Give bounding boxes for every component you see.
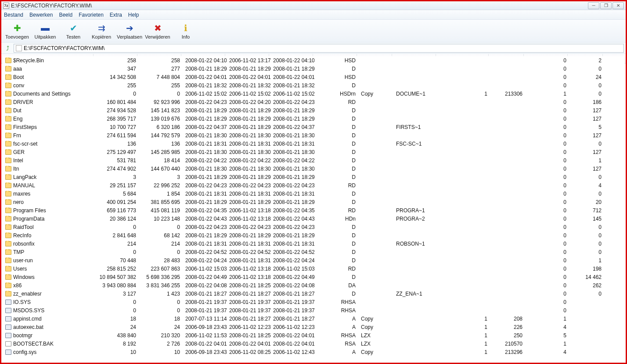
- menubar: BestandBewerkenBeeldFavorietenExtraHelp: [1, 10, 626, 20]
- file-icon: [16, 45, 22, 51]
- toolbar-test-button[interactable]: ✔Testen: [59, 21, 87, 42]
- menu-favorieten[interactable]: Favorieten: [79, 12, 104, 18]
- file-list[interactable]: $Recycle.Bin2582582008-01-22 04:102006-1…: [3, 56, 624, 361]
- table-row[interactable]: RecInfo2 841 64868 1422008-01-21 18:2920…: [3, 231, 624, 239]
- table-row[interactable]: robsonfix2142142008-01-21 18:312008-01-2…: [3, 239, 624, 248]
- toolbar-label: Verwijderen: [145, 34, 170, 39]
- table-row[interactable]: Program Files659 116 773415 081 1192008-…: [3, 206, 624, 214]
- table-row[interactable]: ProgramData20 386 12410 223 1482008-01-2…: [3, 214, 624, 223]
- table-row[interactable]: MANUAL29 251 15722 996 2522008-01-22 04:…: [3, 181, 624, 189]
- table-row[interactable]: LangPack332008-01-21 18:292008-01-21 18:…: [3, 173, 624, 181]
- table-row[interactable]: Boot14 342 5087 448 8042008-01-22 04:012…: [3, 73, 624, 81]
- table-row[interactable]: Windows10 894 507 3825 698 336 2952008-0…: [3, 273, 624, 281]
- table-row[interactable]: Itn274 474 902144 670 4402008-01-21 18:3…: [3, 164, 624, 173]
- pathbar: ⤴ E:\FSCFACTORY\FACTORY.WIM\: [1, 43, 626, 54]
- table-row[interactable]: Documents and Settings002006-11-02 15:02…: [3, 89, 624, 98]
- table-row[interactable]: FirstSteps10 700 7276 320 1862008-01-22 …: [3, 123, 624, 131]
- table-row[interactable]: DRIVER160 801 48492 923 9962008-01-22 04…: [3, 98, 624, 106]
- toolbar-label: Info: [182, 34, 190, 39]
- table-row[interactable]: GER275 129 497145 285 9852008-01-21 18:3…: [3, 148, 624, 156]
- toolbar-add-button[interactable]: ✚Toevoegen: [3, 21, 31, 42]
- toolbar-label: Testen: [66, 34, 80, 39]
- toolbar: ✚Toevoegen▬Uitpakken✔Testen⇉Kopiëren➔Ver…: [1, 20, 626, 43]
- table-row[interactable]: x863 943 080 8843 831 346 2552008-01-22 …: [3, 281, 624, 289]
- table-row[interactable]: maxres5 6841 8542008-01-21 18:312008-01-…: [3, 189, 624, 198]
- table-row[interactable]: BOOTSECT.BAK8 1922 7262008-01-22 04:0120…: [3, 339, 624, 348]
- table-row[interactable]: nero400 091 254381 855 6952008-01-21 18:…: [3, 198, 624, 206]
- minimize-button[interactable]: ─: [588, 2, 599, 9]
- close-button[interactable]: ✕: [613, 2, 624, 9]
- test-icon: ✔: [68, 23, 79, 33]
- window-title: E:\FSCFACTORY\FACTORY.WIM\: [11, 3, 588, 9]
- table-row[interactable]: Eng268 395 717139 019 6762008-01-21 18:2…: [3, 114, 624, 123]
- toolbar-label: Verplaatsen: [117, 34, 142, 39]
- table-row[interactable]: Frn274 611 594144 792 5792008-01-21 18:3…: [3, 131, 624, 139]
- table-row[interactable]: autoexec.bat24242006-09-18 23:432006-11-…: [3, 323, 624, 331]
- copy-icon: ⇉: [96, 23, 107, 33]
- table-row[interactable]: RaidTool002008-01-22 04:232008-01-22 04:…: [3, 223, 624, 231]
- path-text: E:\FSCFACTORY\FACTORY.WIM\: [24, 45, 104, 51]
- maximize-button[interactable]: ❐: [600, 2, 612, 9]
- titlebar: 7z E:\FSCFACTORY\FACTORY.WIM\ ─ ❐ ✕: [1, 1, 626, 10]
- toolbar-extract-button[interactable]: ▬Uitpakken: [31, 21, 59, 42]
- delete-icon: ✖: [152, 23, 163, 33]
- table-row[interactable]: bootmgr438 840210 3202006-11-02 11:53200…: [3, 331, 624, 339]
- path-input[interactable]: E:\FSCFACTORY\FACTORY.WIM\: [14, 44, 624, 53]
- menu-help[interactable]: Help: [128, 12, 139, 18]
- add-icon: ✚: [12, 23, 22, 33]
- toolbar-label: Uitpakken: [35, 34, 56, 39]
- table-row[interactable]: Users258 815 252223 607 8632006-11-02 15…: [3, 264, 624, 273]
- menu-beeld[interactable]: Beeld: [59, 12, 72, 18]
- table-row[interactable]: fsc-scr-set1361362008-01-21 18:312008-01…: [3, 139, 624, 148]
- table-row[interactable]: config.sys10102006-09-18 23:432006-11-02…: [3, 348, 624, 356]
- table-row[interactable]: appinst.cmd18182007-07-13 11:142008-01-2…: [3, 314, 624, 323]
- toolbar-move-button[interactable]: ➔Verplaatsen: [115, 21, 144, 42]
- menu-bewerken[interactable]: Bewerken: [29, 12, 53, 18]
- extract-icon: ▬: [40, 23, 50, 33]
- table-row[interactable]: Intel531 78118 4142008-01-22 04:222008-0…: [3, 156, 624, 164]
- menu-extra[interactable]: Extra: [110, 12, 122, 18]
- toolbar-info-button[interactable]: ℹInfo: [172, 21, 200, 42]
- window-buttons: ─ ❐ ✕: [588, 2, 624, 9]
- table-row[interactable]: TMP002008-01-22 04:522008-01-22 04:52200…: [3, 248, 624, 256]
- table-row[interactable]: $Recycle.Bin2582582008-01-22 04:102006-1…: [3, 56, 624, 64]
- table-row[interactable]: Dut274 934 528145 141 8232008-01-21 18:2…: [3, 106, 624, 114]
- toolbar-label: Toevoegen: [5, 34, 29, 39]
- toolbar-label: Kopiëren: [92, 34, 111, 39]
- table-row[interactable]: MSDOS.SYS002008-01-21 19:372008-01-21 19…: [3, 306, 624, 314]
- table-row[interactable]: conv2552552008-01-21 18:322008-01-21 18:…: [3, 81, 624, 89]
- table-row[interactable]: IO.SYS002008-01-21 19:372008-01-21 19:37…: [3, 298, 624, 306]
- move-icon: ➔: [124, 23, 135, 33]
- up-folder-icon[interactable]: ⤴: [3, 44, 12, 53]
- table-row[interactable]: zz_enablesr3 1271 4232008-01-21 18:27200…: [3, 289, 624, 298]
- info-icon: ℹ: [180, 23, 191, 33]
- toolbar-copy-button[interactable]: ⇉Kopiëren: [87, 21, 115, 42]
- table-row[interactable]: user-run70 44828 4832008-01-22 04:242008…: [3, 256, 624, 264]
- app-icon: 7z: [3, 3, 9, 9]
- table-row[interactable]: aaa3472772008-01-21 18:292008-01-21 18:2…: [3, 64, 624, 73]
- toolbar-delete-button[interactable]: ✖Verwijderen: [144, 21, 172, 42]
- menu-bestand[interactable]: Bestand: [4, 12, 23, 18]
